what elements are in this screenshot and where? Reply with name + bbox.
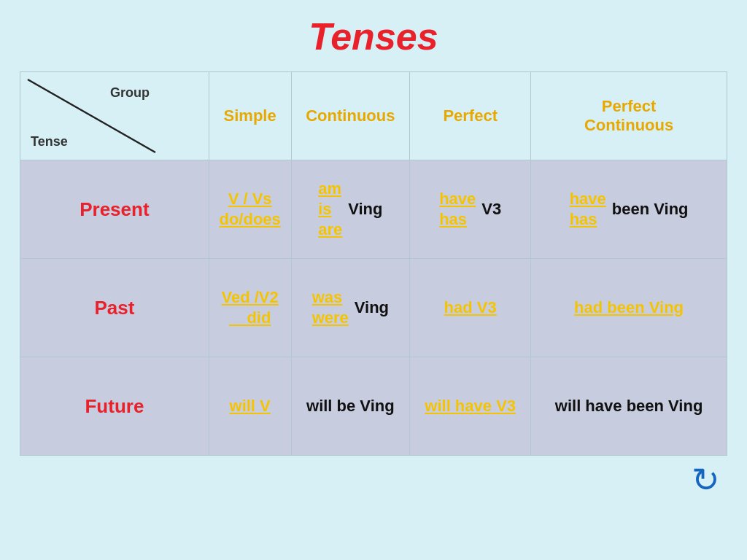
- diagonal-header-cell: Group Tense: [20, 72, 209, 160]
- present-perf-have: have: [439, 190, 476, 209]
- past-cont-was: was: [312, 288, 343, 307]
- present-row: Present V / Vs do/does am is are Ving: [20, 160, 727, 259]
- present-continuous-cell: am is are Ving: [291, 160, 410, 259]
- header-continuous: Continuous: [291, 72, 410, 160]
- present-perf-has: has: [439, 210, 467, 229]
- present-perfect-continuous-cell: have has been Ving: [531, 160, 727, 259]
- present-perfcont-has: has: [570, 210, 597, 229]
- past-perf-main: had V3: [444, 298, 497, 316]
- header-simple: Simple: [209, 72, 291, 160]
- present-simple-cell: V / Vs do/does: [209, 160, 291, 259]
- past-continuous-cell: was were Ving: [291, 259, 410, 357]
- future-perfect-cell: will have V3: [410, 357, 531, 456]
- undo-container: ↻: [20, 460, 727, 499]
- present-cont-are: are: [318, 220, 342, 239]
- future-continuous-cell: will be Ving: [291, 357, 410, 456]
- future-row: Future will V will be Ving will have V3 …: [20, 357, 727, 456]
- present-cont-am: am: [318, 179, 341, 198]
- future-perfcont-main: will have been Ving: [555, 397, 703, 415]
- header-row: Group Tense Simple Continuous Perfect Pe…: [20, 72, 727, 160]
- tenses-table: Group Tense Simple Continuous Perfect Pe…: [20, 71, 727, 456]
- present-simple-part1: V / Vs: [228, 190, 272, 209]
- future-label-cell: Future: [20, 357, 209, 456]
- present-perfcont-main: been Ving: [612, 200, 689, 219]
- past-simple-part1: Ved /V2: [222, 288, 279, 307]
- future-cont-main: will be Ving: [306, 397, 395, 415]
- past-row: Past Ved /V2 __did was were Ving had V: [20, 259, 727, 357]
- tense-label: Tense: [31, 134, 68, 149]
- present-cont-is: is: [318, 200, 331, 219]
- past-cont-were: were: [312, 308, 349, 327]
- past-perfect-cell: had V3: [410, 259, 531, 357]
- future-simple-main: will V: [230, 397, 271, 415]
- present-perfcont-have: have: [570, 190, 606, 209]
- future-perf-main: will have V3: [425, 397, 516, 415]
- future-simple-cell: will V: [209, 357, 291, 456]
- present-simple-part2: do/does: [219, 210, 280, 229]
- future-label: Future: [85, 395, 144, 417]
- present-label: Present: [80, 198, 149, 220]
- past-perfcont-main: had been Ving: [574, 298, 684, 316]
- undo-arrow-icon[interactable]: ↻: [692, 460, 720, 499]
- header-perfect: Perfect: [410, 72, 531, 160]
- group-label: Group: [110, 85, 150, 101]
- present-label-cell: Present: [20, 160, 209, 259]
- past-label-cell: Past: [20, 259, 209, 357]
- page-title: Tenses: [309, 15, 438, 58]
- past-cont-ving: Ving: [355, 298, 389, 317]
- past-simple-cell: Ved /V2 __did: [209, 259, 291, 357]
- present-cont-ving: Ving: [348, 200, 382, 219]
- past-label: Past: [94, 297, 134, 319]
- present-perf-v3: V3: [481, 200, 501, 219]
- present-perfect-cell: have has V3: [410, 160, 531, 259]
- past-simple-part2: __did: [229, 308, 271, 327]
- header-perfect-continuous: Perfect Continuous: [531, 72, 727, 160]
- future-perfect-continuous-cell: will have been Ving: [531, 357, 727, 456]
- past-perfect-continuous-cell: had been Ving: [531, 259, 727, 357]
